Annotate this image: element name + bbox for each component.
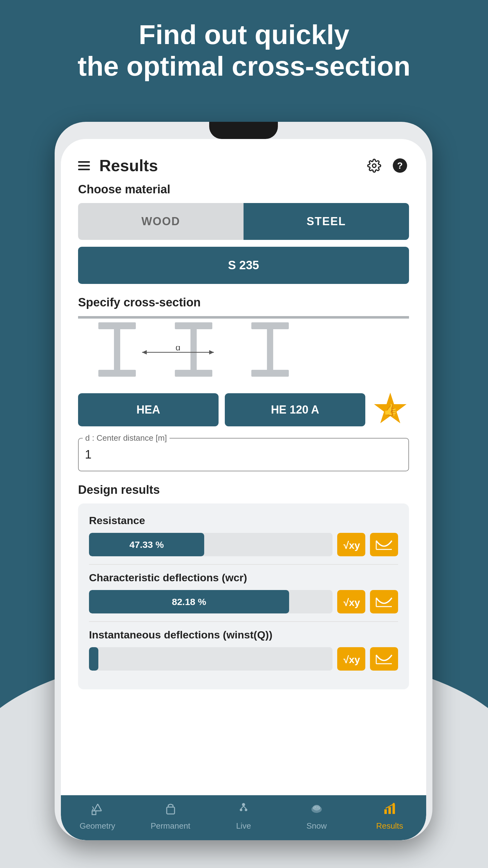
svg-text:👍: 👍 xyxy=(383,402,398,417)
svg-point-43 xyxy=(317,807,319,808)
char-deflections-label: Characteristic deflections (wcr) xyxy=(89,571,398,584)
phone-notch xyxy=(209,122,278,139)
char-deflections-formula-button[interactable]: √xy xyxy=(337,590,365,614)
material-label: Choose material xyxy=(78,183,409,196)
permanent-nav-icon xyxy=(164,802,177,815)
beam-svg-3 xyxy=(251,322,289,378)
svg-point-36 xyxy=(245,809,247,811)
svg-rect-6 xyxy=(175,322,212,329)
settings-button[interactable] xyxy=(365,156,383,175)
curve-icon-3 xyxy=(375,652,393,666)
inst-deflections-row: √xy xyxy=(89,647,398,671)
svg-line-28 xyxy=(94,804,98,811)
nav-item-results[interactable]: Results xyxy=(353,802,426,831)
cross-section-diagram-area: d xyxy=(78,316,409,382)
svg-rect-9 xyxy=(251,322,289,329)
svg-rect-4 xyxy=(114,329,120,370)
star-badge-icon: 👍 xyxy=(371,391,409,429)
steel-grade-button[interactable]: S 235 xyxy=(78,247,409,284)
nav-item-snow[interactable]: Snow xyxy=(280,802,353,831)
nav-item-permanent[interactable]: Permanent xyxy=(134,802,207,831)
scroll-area[interactable]: Choose material WOOD STEEL S 235 Specify… xyxy=(61,183,426,795)
results-icon xyxy=(383,802,397,819)
curve-icon-2 xyxy=(375,595,393,609)
inst-deflections-bar xyxy=(89,647,332,671)
nav-item-live[interactable]: Live xyxy=(207,802,280,831)
svg-line-38 xyxy=(243,806,246,809)
svg-line-32 xyxy=(92,806,94,808)
inst-deflections-formula-button[interactable]: √xy xyxy=(337,647,365,671)
resistance-bar: 47.33 % xyxy=(89,533,332,556)
inst-deflections-fill xyxy=(89,647,98,671)
svg-point-34 xyxy=(242,803,245,806)
material-toggle: WOOD STEEL xyxy=(78,203,409,240)
resistance-graph-button[interactable] xyxy=(370,533,398,556)
resistance-row: 47.33 % √xy xyxy=(89,533,398,556)
inst-deflections-label: Instantaneous deflections (winst(Q)) xyxy=(89,629,398,641)
svg-marker-14 xyxy=(209,350,214,354)
profile-buttons: HEA HE 120 A 👍 xyxy=(78,391,409,429)
svg-rect-3 xyxy=(98,322,136,329)
permanent-icon xyxy=(164,802,177,819)
svg-point-40 xyxy=(313,805,320,810)
phone-screen: Results ? xyxy=(61,139,426,840)
center-distance-input[interactable] xyxy=(78,438,409,471)
hero-section: Find out quickly the optimal cross-secti… xyxy=(0,19,488,82)
phone-frame: Results ? xyxy=(55,122,432,840)
menu-button[interactable] xyxy=(78,161,90,170)
wood-button[interactable]: WOOD xyxy=(78,203,243,240)
page-title: Results xyxy=(99,156,365,175)
results-nav-label: Results xyxy=(376,821,403,831)
he120a-button[interactable]: HE 120 A xyxy=(225,393,365,426)
svg-rect-8 xyxy=(175,370,212,377)
cross-section-label: Specify cross-section xyxy=(78,296,409,309)
beam-svg-1 xyxy=(98,322,136,378)
permanent-nav-label: Permanent xyxy=(151,821,190,831)
hero-line1: Find out quickly xyxy=(25,19,463,50)
hero-line2: the optimal cross-section xyxy=(25,50,463,82)
snow-icon xyxy=(310,802,324,819)
svg-point-0 xyxy=(372,164,376,167)
char-deflections-fill: 82.18 % xyxy=(89,590,289,614)
center-distance-input-group: d : Center distance [m] xyxy=(78,438,409,471)
resistance-formula-button[interactable]: √xy xyxy=(337,533,365,556)
svg-text:√xy: √xy xyxy=(344,597,360,608)
help-button[interactable]: ? xyxy=(391,156,409,175)
nav-item-geometry[interactable]: Geometry xyxy=(61,802,134,831)
geometry-nav-icon xyxy=(91,802,105,815)
dim-arrow: d xyxy=(142,346,214,359)
svg-rect-27 xyxy=(92,811,96,814)
svg-rect-11 xyxy=(251,370,289,377)
design-results-label: Design results xyxy=(78,483,409,497)
svg-line-29 xyxy=(98,804,101,811)
hea-button[interactable]: HEA xyxy=(78,393,219,426)
resistance-label: Resistance xyxy=(89,515,398,527)
svg-point-35 xyxy=(240,809,242,811)
char-deflections-graph-button[interactable] xyxy=(370,590,398,614)
svg-rect-10 xyxy=(267,329,273,370)
svg-text:√xy: √xy xyxy=(344,540,360,551)
svg-marker-13 xyxy=(142,350,147,354)
sqrt-xy-icon-2: √xy xyxy=(343,596,360,608)
svg-point-48 xyxy=(392,803,395,805)
app-content: Results ? xyxy=(61,139,426,840)
recommend-badge: 👍 xyxy=(371,391,409,429)
svg-line-37 xyxy=(241,806,243,809)
sqrt-xy-icon-3: √xy xyxy=(343,653,360,665)
curve-icon xyxy=(375,537,393,552)
live-nav-icon xyxy=(237,802,251,815)
svg-rect-46 xyxy=(388,807,391,814)
live-nav-label: Live xyxy=(236,821,251,831)
inst-deflections-graph-button[interactable] xyxy=(370,647,398,671)
results-card: Resistance 47.33 % √xy xyxy=(78,503,409,689)
svg-text:?: ? xyxy=(397,160,403,170)
svg-point-41 xyxy=(313,808,315,809)
steel-button[interactable]: STEEL xyxy=(243,203,409,240)
geometry-nav-label: Geometry xyxy=(79,821,115,831)
char-deflections-row: 82.18 % √xy xyxy=(89,590,398,614)
svg-rect-5 xyxy=(98,370,136,377)
resistance-fill: 47.33 % xyxy=(89,533,204,556)
svg-rect-33 xyxy=(167,807,174,814)
divider-1 xyxy=(89,564,398,565)
svg-text:√xy: √xy xyxy=(344,654,360,665)
